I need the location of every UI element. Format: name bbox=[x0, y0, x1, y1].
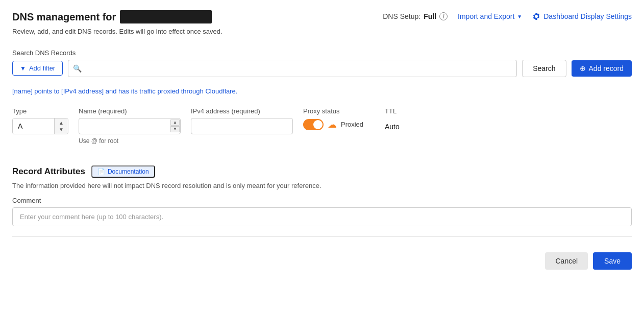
divider-2 bbox=[12, 236, 632, 237]
dns-record-form: Type A ▲ ▼ Name (required) ▲ ▼ Use @ for… bbox=[12, 107, 632, 145]
header-right: DNS Setup: Full i Import and Export ▼ Da… bbox=[383, 10, 632, 20]
plus-icon: ⊕ bbox=[580, 64, 586, 73]
search-icon: 🔍 bbox=[73, 64, 82, 73]
ttl-value: Auto bbox=[385, 118, 400, 131]
proxy-status-label: Proxy status bbox=[303, 107, 375, 115]
domain-redacted bbox=[120, 10, 212, 23]
proxy-field-group: Proxy status ☁ Proxied bbox=[303, 107, 375, 130]
filter-icon: ▼ bbox=[20, 65, 26, 72]
ttl-field-group: TTL Auto bbox=[385, 107, 400, 131]
ttl-label: TTL bbox=[385, 107, 400, 115]
search-label: Search DNS Records bbox=[12, 49, 632, 57]
page-title: DNS management for bbox=[12, 10, 222, 23]
info-banner: [name] points to [IPv4 address] and has … bbox=[12, 85, 632, 97]
record-attributes-description: The information provided here will not i… bbox=[12, 182, 632, 189]
name-label: Name (required) bbox=[79, 107, 181, 115]
spinner-up-button[interactable]: ▲ bbox=[170, 120, 180, 126]
ipv4-label: IPv4 address (required) bbox=[191, 107, 293, 115]
add-filter-button[interactable]: ▼ Add filter bbox=[12, 61, 63, 76]
chevron-down-icon: ▼ bbox=[59, 127, 64, 132]
header-left: DNS management for Review, add, and edit… bbox=[12, 10, 222, 37]
dns-setup-value: Full bbox=[424, 12, 436, 20]
type-select-value: A bbox=[13, 118, 54, 134]
name-input-wrapper: ▲ ▼ bbox=[79, 118, 181, 134]
name-field-group: Name (required) ▲ ▼ Use @ for root bbox=[79, 107, 181, 145]
toggle-slider bbox=[303, 119, 324, 130]
type-label: Type bbox=[12, 107, 68, 115]
ipv4-field-group: IPv4 address (required) bbox=[191, 107, 293, 134]
record-attributes-title: Record Attributes bbox=[12, 166, 85, 177]
page-header: DNS management for Review, add, and edit… bbox=[12, 10, 632, 37]
search-button[interactable]: Search bbox=[522, 60, 566, 77]
import-export-button[interactable]: Import and Export ▼ bbox=[458, 12, 522, 20]
type-field-group: Type A ▲ ▼ bbox=[12, 107, 68, 134]
comment-label: Comment bbox=[12, 197, 632, 204]
search-input[interactable] bbox=[68, 60, 517, 77]
proxy-status-row: ☁ Proxied bbox=[303, 119, 375, 130]
documentation-button[interactable]: 📄 Documentation bbox=[91, 165, 155, 178]
chevron-down-icon: ▼ bbox=[517, 14, 522, 19]
proxied-label: Proxied bbox=[341, 121, 363, 128]
chevron-up-icon: ▲ bbox=[59, 120, 64, 126]
proxy-toggle[interactable] bbox=[303, 119, 324, 130]
record-attributes-section: Record Attributes 📄 Documentation The in… bbox=[12, 165, 632, 226]
document-icon: 📄 bbox=[97, 168, 105, 175]
dashboard-settings-button[interactable]: Dashboard Display Settings bbox=[532, 12, 632, 20]
comment-input[interactable] bbox=[12, 207, 632, 226]
cancel-button[interactable]: Cancel bbox=[545, 252, 588, 270]
name-hint: Use @ for root bbox=[79, 137, 181, 145]
footer-actions: Cancel Save bbox=[12, 247, 632, 270]
search-input-wrapper: 🔍 bbox=[68, 60, 517, 77]
ipv4-input[interactable] bbox=[191, 118, 293, 134]
dns-setup: DNS Setup: Full i bbox=[383, 12, 448, 20]
name-input[interactable] bbox=[79, 118, 181, 134]
form-fields-row: Type A ▲ ▼ Name (required) ▲ ▼ Use @ for… bbox=[12, 107, 632, 145]
name-spinners: ▲ ▼ bbox=[170, 119, 180, 133]
save-button[interactable]: Save bbox=[593, 252, 632, 270]
type-select-arrow[interactable]: ▲ ▼ bbox=[54, 118, 68, 134]
dns-setup-info-icon[interactable]: i bbox=[439, 12, 448, 20]
page-subtitle: Review, add, and edit DNS records. Edits… bbox=[12, 27, 222, 37]
search-row: ▼ Add filter 🔍 Search ⊕ Add record bbox=[12, 60, 632, 77]
search-area: Search DNS Records ▼ Add filter 🔍 Search… bbox=[12, 49, 632, 77]
divider-1 bbox=[12, 155, 632, 155]
type-select[interactable]: A ▲ ▼ bbox=[12, 118, 68, 134]
spinner-down-button[interactable]: ▼ bbox=[170, 126, 180, 132]
add-record-button[interactable]: ⊕ Add record bbox=[572, 60, 632, 77]
gear-icon bbox=[532, 12, 540, 20]
cloud-icon: ☁ bbox=[328, 119, 337, 130]
record-attributes-header: Record Attributes 📄 Documentation bbox=[12, 165, 632, 178]
